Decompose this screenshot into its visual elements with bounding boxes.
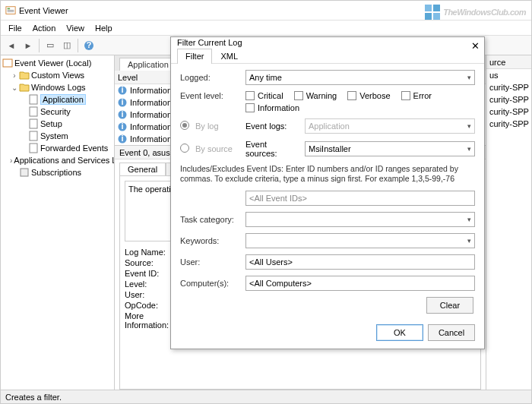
tab-xml[interactable]: XML [212, 49, 246, 63]
actions-header: urce [486, 55, 531, 69]
cancel-button[interactable]: Cancel [428, 324, 475, 341]
actions-pane: urce us curity-SPP curity-SPP curity-SPP… [486, 55, 531, 390]
svg-text:?: ? [87, 40, 92, 49]
radio-by-log[interactable] [180, 121, 189, 130]
forward-button[interactable]: ► [21, 38, 36, 53]
label-logged: Logged: [180, 73, 241, 82]
label-event-level: Event level: [180, 91, 241, 100]
checkbox-icon [294, 91, 303, 100]
tree-log-security[interactable]: Security [2, 106, 112, 118]
actions-item[interactable]: curity-SPP [486, 106, 531, 118]
radio-by-source[interactable] [180, 144, 189, 153]
info-icon: i [118, 134, 127, 144]
statusbar: Creates a filter. [1, 390, 531, 403]
event-sources-combo[interactable]: MsiInstaller▾ [305, 141, 475, 156]
tab-filter[interactable]: Filter [177, 49, 212, 64]
svg-rect-12 [21, 169, 28, 176]
keywords-combo[interactable]: ▾ [245, 233, 475, 248]
event-level-checks: Critical Warning Verbose Error Informati… [245, 91, 475, 112]
menu-help[interactable]: Help [90, 22, 117, 34]
info-icon: i [118, 110, 127, 119]
menubar: File Action View Help [1, 21, 531, 36]
tree-pane: Event Viewer (Local) ›Custom Views ⌄Wind… [1, 55, 115, 390]
tree-root[interactable]: Event Viewer (Local) [2, 57, 112, 69]
checkbox-icon [347, 91, 356, 100]
checkbox-icon [245, 103, 255, 112]
show-hide-button[interactable]: ▭ [43, 38, 58, 53]
tree-custom-views[interactable]: ›Custom Views [2, 69, 112, 81]
dialog-title: Filter Current Log [177, 38, 242, 47]
svg-rect-8 [30, 107, 37, 116]
event-logs-combo[interactable]: Application▾ [305, 118, 475, 134]
actions-item[interactable]: curity-SPP [486, 93, 531, 106]
svg-rect-10 [30, 131, 37, 140]
label-by-source: By source [195, 144, 241, 153]
menu-view[interactable]: View [62, 22, 89, 34]
tree-log-forwarded[interactable]: Forwarded Events [2, 142, 112, 154]
event-ids-input[interactable]: <All Event IDs> [245, 191, 475, 206]
help-button[interactable]: ? [81, 38, 97, 53]
expand-icon[interactable]: › [10, 71, 19, 80]
dialog-tabs: Filter XML [171, 49, 484, 64]
chevron-down-icon: ▾ [467, 122, 471, 130]
close-icon[interactable]: ✕ [471, 40, 480, 52]
filter-dialog: Filter Current Log ✕ Filter XML Logged: … [170, 36, 485, 349]
tree-subscriptions[interactable]: Subscriptions [2, 166, 112, 178]
label-user: User: [180, 257, 241, 267]
chevron-down-icon: ▾ [467, 74, 471, 81]
label-event-sources: Event sources: [245, 140, 300, 158]
label-keywords: Keywords: [180, 236, 241, 245]
check-error[interactable]: Error [401, 91, 432, 100]
checkbox-icon [245, 91, 255, 100]
logged-combo[interactable]: Any time▾ [245, 70, 475, 85]
dialog-buttons: OK Cancel [171, 320, 484, 349]
tree-log-system[interactable]: System [2, 130, 112, 142]
chevron-down-icon: ▾ [467, 145, 471, 153]
svg-rect-3 [8, 11, 14, 11]
filter-button[interactable]: ◫ [59, 38, 74, 53]
user-input[interactable]: <All Users> [245, 254, 475, 270]
menu-file[interactable]: File [4, 22, 27, 34]
tree-apps-services[interactable]: ›Applications and Services Lo [2, 154, 112, 166]
check-information[interactable]: Information [245, 103, 299, 112]
info-icon: i [118, 98, 127, 107]
chevron-down-icon: ▾ [467, 216, 471, 223]
svg-rect-11 [30, 144, 37, 153]
ok-button[interactable]: OK [376, 324, 423, 341]
back-button[interactable]: ◄ [4, 38, 19, 53]
task-category-combo[interactable]: ▾ [245, 212, 475, 227]
actions-item[interactable]: us [486, 69, 531, 81]
label-event-logs: Event logs: [245, 122, 300, 131]
actions-item[interactable]: curity-SPP [486, 118, 531, 130]
check-warning[interactable]: Warning [294, 91, 337, 100]
check-verbose[interactable]: Verbose [347, 91, 390, 100]
svg-rect-2 [8, 10, 14, 11]
svg-text:i: i [121, 110, 123, 118]
label-computers: Computer(s): [180, 279, 241, 288]
info-icon: i [118, 86, 127, 95]
expand-icon[interactable]: › [10, 156, 12, 165]
collapse-icon[interactable]: ⌄ [10, 84, 19, 92]
label-by-log: By log [195, 122, 241, 131]
menu-action[interactable]: Action [28, 22, 61, 34]
svg-rect-1 [8, 8, 11, 9]
svg-text:i: i [121, 98, 123, 106]
event-ids-help: Includes/Excludes Event IDs: Enter ID nu… [180, 164, 475, 185]
computers-input[interactable]: <All Computers> [245, 276, 475, 291]
tab-general[interactable]: General [119, 163, 166, 175]
svg-text:i: i [121, 86, 123, 94]
dialog-titlebar: Filter Current Log ✕ [171, 37, 484, 49]
separator [39, 39, 40, 52]
actions-item[interactable]: curity-SPP [486, 81, 531, 93]
svg-text:i: i [121, 134, 123, 143]
tree-log-application[interactable]: Application [2, 93, 112, 106]
clear-button[interactable]: Clear [426, 297, 473, 314]
content-tab[interactable]: Application [119, 58, 177, 71]
dialog-form: Logged: Any time▾ Event level: Critical … [171, 64, 484, 320]
titlebar: Event Viewer [1, 1, 531, 21]
check-critical[interactable]: Critical [245, 91, 283, 100]
chevron-down-icon: ▾ [467, 237, 471, 245]
svg-rect-7 [30, 95, 37, 104]
tree-windows-logs[interactable]: ⌄Windows Logs [2, 81, 112, 93]
tree-log-setup[interactable]: Setup [2, 118, 112, 130]
